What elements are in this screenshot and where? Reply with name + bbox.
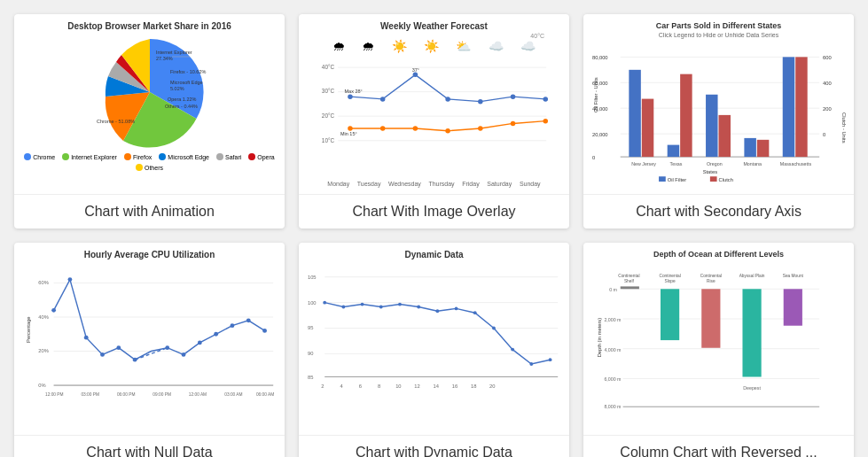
- svg-rect-58: [757, 140, 769, 157]
- svg-text:Oil Filter - Units: Oil Filter - Units: [593, 77, 598, 112]
- pie-legend: Chrome Internet Explorer Firefox Microso…: [21, 153, 278, 171]
- svg-point-30: [478, 126, 483, 131]
- svg-text:Chrome - 51.08%: Chrome - 51.08%: [97, 119, 135, 124]
- svg-rect-153: [621, 286, 639, 289]
- card-null-data[interactable]: Hourly Average CPU Utilization Percentag…: [14, 243, 285, 457]
- svg-point-117: [435, 309, 439, 313]
- svg-text:Clutch - Units: Clutch - Units: [841, 112, 847, 143]
- svg-point-120: [492, 327, 496, 330]
- svg-point-112: [341, 306, 345, 309]
- svg-text:Max 28°: Max 28°: [345, 89, 363, 94]
- svg-rect-57: [719, 115, 731, 157]
- chart-secondary-axis: Car Parts Sold in Different States Click…: [583, 14, 854, 194]
- svg-text:Microsoft Edge: Microsoft Edge: [170, 80, 203, 85]
- bar-dual-subtitle: Click Legend to Hide or Unhide Data Seri…: [590, 32, 847, 38]
- svg-text:09:00 PM: 09:00 PM: [152, 392, 171, 397]
- svg-text:27.34%: 27.34%: [156, 56, 173, 61]
- svg-point-113: [361, 303, 364, 306]
- svg-text:Slope: Slope: [664, 279, 676, 283]
- svg-text:6: 6: [359, 383, 362, 389]
- svg-point-18: [380, 97, 386, 102]
- card-title-dynamic: Chart with Dynamic Data: [299, 435, 569, 457]
- svg-point-27: [380, 126, 386, 131]
- svg-text:Firefox - 10.62%: Firefox - 10.62%: [170, 69, 206, 74]
- svg-text:Abyssal Plain: Abyssal Plain: [739, 274, 765, 278]
- svg-text:400: 400: [823, 81, 832, 86]
- svg-point-86: [133, 358, 137, 362]
- svg-point-82: [68, 277, 73, 282]
- svg-point-121: [511, 348, 514, 352]
- svg-rect-59: [795, 57, 807, 157]
- svg-point-89: [198, 341, 202, 345]
- svg-point-88: [182, 352, 186, 357]
- card-dynamic[interactable]: Dynamic Data 105 100 95 90 85: [299, 243, 569, 457]
- card-secondary-axis[interactable]: Car Parts Sold in Different States Click…: [583, 14, 854, 228]
- svg-rect-157: [784, 289, 802, 325]
- svg-point-114: [379, 306, 383, 309]
- pie-title: Desktop Browser Market Share in 2016: [67, 21, 231, 31]
- pie-svg: Internet Explorer 27.34% Firefox - 10.62…: [92, 35, 207, 150]
- svg-text:Min 15°: Min 15°: [340, 131, 357, 136]
- svg-text:Sea Mount: Sea Mount: [783, 274, 804, 278]
- svg-text:0: 0: [823, 132, 825, 137]
- svg-point-122: [529, 362, 533, 366]
- svg-text:5.02%: 5.02%: [170, 86, 184, 91]
- svg-point-87: [165, 345, 169, 350]
- chart-dynamic: Dynamic Data 105 100 95 90 85: [299, 243, 569, 435]
- cpu-svg: Percentage 60% 40% 20% 0%: [21, 263, 278, 418]
- weather-title: Weekly Weather Forecast: [306, 21, 562, 31]
- svg-point-20: [445, 97, 450, 102]
- svg-point-81: [51, 308, 56, 313]
- svg-text:Oil Filter: Oil Filter: [668, 177, 687, 182]
- svg-text:40%: 40%: [38, 314, 49, 320]
- svg-rect-52: [706, 95, 717, 157]
- card-title-ocean: Column Chart with Reversed ...: [583, 435, 854, 457]
- card-ocean[interactable]: Depth of Ocean at Different Levels Conti…: [583, 243, 854, 457]
- svg-text:03:00 AM: 03:00 AM: [224, 392, 242, 397]
- svg-point-115: [398, 303, 402, 306]
- svg-point-32: [543, 119, 548, 124]
- svg-text:0%: 0%: [38, 383, 45, 388]
- svg-text:8: 8: [378, 383, 380, 389]
- svg-text:80,000: 80,000: [592, 55, 608, 60]
- weather-svg: 40°C 30°C 20°C 10°C: [320, 55, 548, 161]
- svg-text:85: 85: [308, 375, 313, 380]
- svg-text:10°C: 10°C: [322, 137, 335, 143]
- svg-rect-56: [680, 74, 692, 157]
- svg-rect-66: [659, 176, 666, 182]
- card-animation[interactable]: Desktop Browser Market Share in 2016: [14, 14, 285, 228]
- svg-rect-51: [668, 145, 679, 157]
- svg-text:10: 10: [395, 383, 401, 389]
- svg-text:20: 20: [489, 383, 495, 389]
- ocean-svg: Continental Shelf Continental Slope Cont…: [590, 260, 847, 424]
- svg-text:8,000 m: 8,000 m: [604, 404, 622, 409]
- svg-text:37°: 37°: [412, 67, 419, 73]
- svg-rect-53: [744, 138, 755, 157]
- svg-text:Others - 0.44%: Others - 0.44%: [165, 104, 198, 109]
- svg-text:Texas: Texas: [670, 161, 683, 167]
- chart-grid: Desktop Browser Market Share in 2016: [14, 14, 854, 457]
- svg-text:20%: 20%: [38, 348, 49, 353]
- svg-text:06:00 PM: 06:00 PM: [117, 392, 136, 397]
- svg-text:06:00 AM: 06:00 AM: [256, 392, 274, 397]
- chart-animation: Desktop Browser Market Share in 2016: [14, 14, 285, 194]
- svg-text:100: 100: [308, 300, 317, 306]
- svg-text:Massachusetts: Massachusetts: [780, 161, 812, 167]
- card-title-secondary: Chart with Secondary Axis: [583, 194, 854, 228]
- svg-text:95: 95: [308, 325, 313, 330]
- svg-text:Deepest: Deepest: [743, 385, 761, 391]
- svg-text:Oregon: Oregon: [707, 161, 723, 167]
- card-weather[interactable]: Weekly Weather Forecast 40°C 🌧🌧☀️☀️⛅☁️☁️…: [299, 14, 569, 228]
- svg-text:40°C: 40°C: [322, 64, 335, 70]
- svg-text:600: 600: [823, 55, 832, 60]
- svg-text:0 m: 0 m: [609, 287, 617, 292]
- svg-point-118: [455, 306, 458, 310]
- svg-line-80: [135, 348, 168, 360]
- svg-text:Continental: Continental: [659, 274, 680, 278]
- svg-point-85: [116, 345, 121, 350]
- svg-text:0: 0: [592, 155, 595, 160]
- svg-text:States: States: [703, 169, 717, 174]
- svg-rect-55: [642, 99, 653, 158]
- card-title-weather: Chart With Image Overlay: [299, 194, 569, 228]
- svg-text:Continental: Continental: [618, 274, 639, 278]
